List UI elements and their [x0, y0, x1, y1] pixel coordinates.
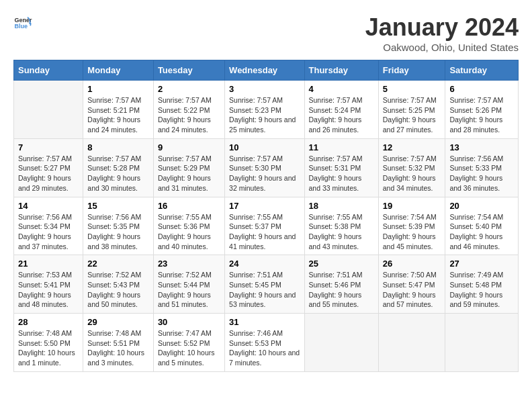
- header-sunday: Sunday: [14, 60, 83, 81]
- day-info: Sunrise: 7:49 AM Sunset: 5:48 PM Dayligh…: [449, 270, 514, 310]
- day-info: Sunrise: 7:50 AM Sunset: 5:47 PM Dayligh…: [383, 270, 441, 310]
- day-info: Sunrise: 7:55 AM Sunset: 5:37 PM Dayligh…: [229, 212, 300, 252]
- table-cell: [445, 314, 519, 372]
- table-cell: 14Sunrise: 7:56 AM Sunset: 5:34 PM Dayli…: [14, 197, 83, 255]
- day-number: 15: [87, 201, 149, 211]
- day-number: 23: [158, 259, 220, 269]
- day-info: Sunrise: 7:57 AM Sunset: 5:31 PM Dayligh…: [309, 154, 374, 193]
- day-number: 13: [449, 142, 514, 152]
- header-thursday: Thursday: [304, 60, 378, 81]
- table-cell: 26Sunrise: 7:50 AM Sunset: 5:47 PM Dayli…: [378, 255, 445, 314]
- day-number: 27: [449, 259, 514, 269]
- table-cell: 12Sunrise: 7:57 AM Sunset: 5:32 PM Dayli…: [378, 138, 445, 197]
- header-tuesday: Tuesday: [153, 60, 224, 81]
- table-cell: 4Sunrise: 7:57 AM Sunset: 5:24 PM Daylig…: [304, 81, 378, 139]
- table-cell: [14, 81, 83, 139]
- day-number: 18: [309, 201, 374, 211]
- table-cell: 2Sunrise: 7:57 AM Sunset: 5:22 PM Daylig…: [153, 81, 224, 139]
- day-info: Sunrise: 7:57 AM Sunset: 5:21 PM Dayligh…: [87, 95, 149, 135]
- day-info: Sunrise: 7:52 AM Sunset: 5:43 PM Dayligh…: [87, 270, 149, 310]
- day-info: Sunrise: 7:52 AM Sunset: 5:44 PM Dayligh…: [158, 270, 220, 310]
- day-number: 1: [87, 84, 149, 94]
- table-cell: 29Sunrise: 7:48 AM Sunset: 5:51 PM Dayli…: [83, 314, 154, 372]
- table-cell: 15Sunrise: 7:56 AM Sunset: 5:35 PM Dayli…: [83, 197, 154, 255]
- calendar-table: Sunday Monday Tuesday Wednesday Thursday…: [13, 60, 519, 372]
- day-number: 4: [309, 84, 374, 94]
- day-info: Sunrise: 7:56 AM Sunset: 5:34 PM Dayligh…: [18, 212, 79, 252]
- day-info: Sunrise: 7:57 AM Sunset: 5:29 PM Dayligh…: [158, 154, 220, 193]
- table-cell: 31Sunrise: 7:46 AM Sunset: 5:53 PM Dayli…: [225, 314, 304, 372]
- table-cell: 21Sunrise: 7:53 AM Sunset: 5:41 PM Dayli…: [14, 255, 83, 314]
- day-number: 24: [229, 259, 300, 269]
- table-cell: 13Sunrise: 7:56 AM Sunset: 5:33 PM Dayli…: [445, 138, 519, 197]
- day-number: 6: [449, 84, 514, 94]
- header-row: Sunday Monday Tuesday Wednesday Thursday…: [14, 60, 519, 81]
- table-cell: 18Sunrise: 7:55 AM Sunset: 5:38 PM Dayli…: [304, 197, 378, 255]
- table-cell: 19Sunrise: 7:54 AM Sunset: 5:39 PM Dayli…: [378, 197, 445, 255]
- day-info: Sunrise: 7:57 AM Sunset: 5:25 PM Dayligh…: [383, 95, 441, 135]
- day-info: Sunrise: 7:57 AM Sunset: 5:22 PM Dayligh…: [158, 95, 220, 135]
- day-number: 5: [383, 84, 441, 94]
- logo-icon: General Blue: [13, 13, 32, 32]
- table-cell: 6Sunrise: 7:57 AM Sunset: 5:26 PM Daylig…: [445, 81, 519, 139]
- day-info: Sunrise: 7:54 AM Sunset: 5:40 PM Dayligh…: [449, 212, 514, 252]
- calendar-subtitle: Oakwood, Ohio, United States: [365, 42, 519, 53]
- header-monday: Monday: [83, 60, 154, 81]
- table-cell: [304, 314, 378, 372]
- day-info: Sunrise: 7:51 AM Sunset: 5:45 PM Dayligh…: [229, 270, 300, 310]
- day-number: 29: [87, 317, 149, 327]
- table-cell: 16Sunrise: 7:55 AM Sunset: 5:36 PM Dayli…: [153, 197, 224, 255]
- header-friday: Friday: [378, 60, 445, 81]
- day-number: 9: [158, 142, 220, 152]
- table-cell: 5Sunrise: 7:57 AM Sunset: 5:25 PM Daylig…: [378, 81, 445, 139]
- day-info: Sunrise: 7:57 AM Sunset: 5:32 PM Dayligh…: [383, 154, 441, 193]
- table-cell: 9Sunrise: 7:57 AM Sunset: 5:29 PM Daylig…: [153, 138, 224, 197]
- day-number: 16: [158, 201, 220, 211]
- day-number: 10: [229, 142, 300, 152]
- day-number: 28: [18, 317, 79, 327]
- table-cell: 10Sunrise: 7:57 AM Sunset: 5:30 PM Dayli…: [225, 138, 304, 197]
- day-number: 19: [383, 201, 441, 211]
- week-row-3: 21Sunrise: 7:53 AM Sunset: 5:41 PM Dayli…: [14, 255, 519, 314]
- day-number: 21: [18, 259, 79, 269]
- table-cell: 20Sunrise: 7:54 AM Sunset: 5:40 PM Dayli…: [445, 197, 519, 255]
- day-info: Sunrise: 7:57 AM Sunset: 5:24 PM Dayligh…: [309, 95, 374, 135]
- day-number: 25: [309, 259, 374, 269]
- day-number: 20: [449, 201, 514, 211]
- header-wednesday: Wednesday: [225, 60, 304, 81]
- table-cell: 3Sunrise: 7:57 AM Sunset: 5:23 PM Daylig…: [225, 81, 304, 139]
- day-number: 31: [229, 317, 300, 327]
- day-info: Sunrise: 7:55 AM Sunset: 5:38 PM Dayligh…: [309, 212, 374, 252]
- day-number: 7: [18, 142, 79, 152]
- day-info: Sunrise: 7:57 AM Sunset: 5:26 PM Dayligh…: [449, 95, 514, 135]
- week-row-0: 1Sunrise: 7:57 AM Sunset: 5:21 PM Daylig…: [14, 81, 519, 139]
- day-info: Sunrise: 7:57 AM Sunset: 5:27 PM Dayligh…: [18, 154, 79, 193]
- week-row-2: 14Sunrise: 7:56 AM Sunset: 5:34 PM Dayli…: [14, 197, 519, 255]
- day-info: Sunrise: 7:57 AM Sunset: 5:23 PM Dayligh…: [229, 95, 300, 135]
- day-info: Sunrise: 7:54 AM Sunset: 5:39 PM Dayligh…: [383, 212, 441, 252]
- week-row-4: 28Sunrise: 7:48 AM Sunset: 5:50 PM Dayli…: [14, 314, 519, 372]
- table-cell: 25Sunrise: 7:51 AM Sunset: 5:46 PM Dayli…: [304, 255, 378, 314]
- table-cell: 27Sunrise: 7:49 AM Sunset: 5:48 PM Dayli…: [445, 255, 519, 314]
- title-section: January 2024 Oakwood, Ohio, United State…: [365, 13, 519, 53]
- day-number: 14: [18, 201, 79, 211]
- table-cell: 24Sunrise: 7:51 AM Sunset: 5:45 PM Dayli…: [225, 255, 304, 314]
- table-cell: 7Sunrise: 7:57 AM Sunset: 5:27 PM Daylig…: [14, 138, 83, 197]
- header-saturday: Saturday: [445, 60, 519, 81]
- day-number: 3: [229, 84, 300, 94]
- table-cell: 30Sunrise: 7:47 AM Sunset: 5:52 PM Dayli…: [153, 314, 224, 372]
- day-info: Sunrise: 7:53 AM Sunset: 5:41 PM Dayligh…: [18, 270, 79, 310]
- table-cell: 22Sunrise: 7:52 AM Sunset: 5:43 PM Dayli…: [83, 255, 154, 314]
- svg-text:Blue: Blue: [14, 23, 28, 30]
- page-header: General Blue January 2024 Oakwood, Ohio,…: [13, 13, 519, 53]
- day-info: Sunrise: 7:57 AM Sunset: 5:28 PM Dayligh…: [87, 154, 149, 193]
- table-cell: 1Sunrise: 7:57 AM Sunset: 5:21 PM Daylig…: [83, 81, 154, 139]
- calendar-title: January 2024: [365, 13, 519, 42]
- day-info: Sunrise: 7:51 AM Sunset: 5:46 PM Dayligh…: [309, 270, 374, 310]
- table-cell: 23Sunrise: 7:52 AM Sunset: 5:44 PM Dayli…: [153, 255, 224, 314]
- day-number: 22: [87, 259, 149, 269]
- day-info: Sunrise: 7:48 AM Sunset: 5:51 PM Dayligh…: [87, 328, 149, 368]
- day-info: Sunrise: 7:57 AM Sunset: 5:30 PM Dayligh…: [229, 154, 300, 193]
- table-cell: 11Sunrise: 7:57 AM Sunset: 5:31 PM Dayli…: [304, 138, 378, 197]
- day-number: 2: [158, 84, 220, 94]
